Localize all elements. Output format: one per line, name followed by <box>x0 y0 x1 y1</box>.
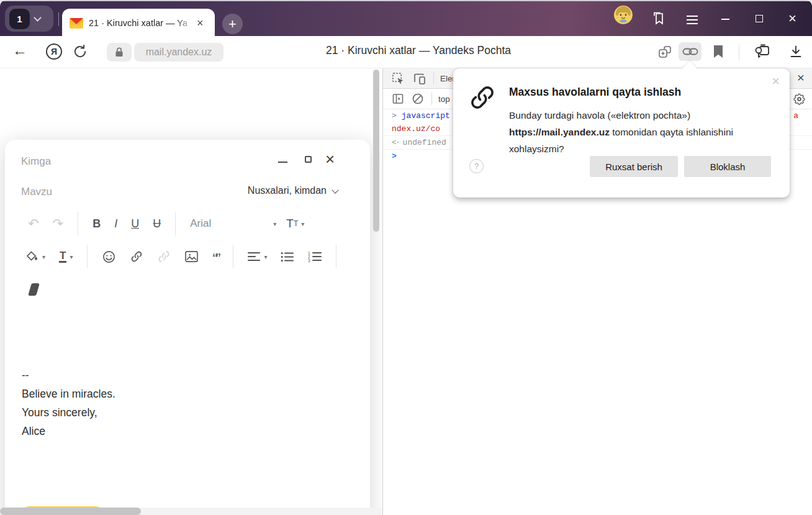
emoji-icon[interactable] <box>102 250 116 264</box>
svg-text:3: 3 <box>308 258 310 263</box>
browser-tab[interactable]: 21 · Kiruvchi xatlar — Ya × <box>62 9 215 37</box>
numbered-list-icon[interactable]: 1 2 3 <box>308 251 322 262</box>
new-tab-button[interactable]: + <box>222 14 243 34</box>
block-button[interactable]: Bloklash <box>684 156 771 177</box>
page-vertical-scrollbar[interactable] <box>373 70 379 232</box>
divider <box>739 45 739 60</box>
tab-counter-button[interactable]: 1 <box>5 6 53 32</box>
remove-link-icon[interactable] <box>157 250 171 263</box>
window-close-icon[interactable]: × <box>788 12 796 25</box>
tab-title: 21 · Kiruvchi xatlar — Ya <box>89 18 187 28</box>
yandex-mail-favicon <box>70 18 83 29</box>
insert-image-icon[interactable] <box>184 250 199 263</box>
console-input-text: javascript <box>402 111 450 121</box>
compose-window: Kimga × Mavzu Nusxalari, kimdan ↶ ↷ B I … <box>5 140 370 515</box>
add-panel-icon[interactable] <box>657 44 673 60</box>
address-bar[interactable]: mail.yandex.uz <box>134 43 223 62</box>
format-toolbar-row2: ▾ T ▾ <box>19 243 344 270</box>
help-icon[interactable]: ? <box>469 159 484 173</box>
chevron-down-icon <box>34 14 42 22</box>
divider <box>431 93 432 105</box>
bullet-list-icon[interactable] <box>281 252 294 262</box>
bold-button[interactable]: B <box>92 217 101 230</box>
body-line: Believe in miracles. <box>22 385 115 403</box>
protocol-handler-link-icon[interactable] <box>679 42 701 61</box>
divider <box>58 12 59 26</box>
dialog-body: Bunday turdagi havola («elektron pochta»… <box>509 107 777 157</box>
link-icon <box>468 83 497 112</box>
console-sidebar-icon[interactable] <box>392 93 404 105</box>
align-icon[interactable]: ▾ <box>248 252 267 262</box>
dialog-title: Maxsus havolalarni qayta ishlash <box>509 86 681 99</box>
font-size-select[interactable]: TT ▾ <box>286 217 304 230</box>
mail-page: Kimga × Mavzu Nusxalari, kimdan ↶ ↷ B I … <box>0 68 382 515</box>
yandex-logo-icon[interactable]: Я <box>46 43 62 60</box>
tab-count-badge: 1 <box>9 9 30 29</box>
message-body[interactable]: -- Believe in miracles. Yours sincerely,… <box>22 366 115 440</box>
subject-field[interactable]: Mavzu <box>21 186 52 198</box>
device-toolbar-icon[interactable] <box>412 72 426 85</box>
titlebar: 1 21 · Kiruvchi xatlar — Ya × + <box>0 0 812 36</box>
back-icon[interactable]: ← <box>12 42 27 59</box>
body-line: -- <box>22 366 115 385</box>
dropdown-caret-icon: ▾ <box>301 221 304 227</box>
protocol-handler-dialog: × Maxsus havolalarni qayta ishlash Bunda… <box>453 68 790 198</box>
console-settings-gear-icon[interactable] <box>793 93 805 105</box>
context-selector[interactable]: top <box>438 94 450 104</box>
text-color-button[interactable]: T ▾ <box>59 250 73 263</box>
tab-close-icon[interactable]: × <box>197 17 204 29</box>
compose-restore-icon[interactable] <box>305 156 312 163</box>
dropdown-caret-icon: ▾ <box>273 221 276 227</box>
undo-icon[interactable]: ↶ <box>28 216 39 231</box>
strikethrough-button[interactable]: Ʉ <box>153 217 161 230</box>
body-line: Alice <box>22 422 115 440</box>
devtools-close-icon[interactable]: × <box>797 70 805 85</box>
divider <box>433 72 434 84</box>
page-horizontal-scrollbar[interactable] <box>0 508 141 515</box>
redo-icon[interactable]: ↷ <box>53 216 64 231</box>
chevron-down-icon <box>332 186 338 193</box>
fill-color-button[interactable]: ▾ <box>25 250 45 263</box>
italic-button[interactable]: I <box>114 217 117 230</box>
dropdown-caret-icon: ▾ <box>264 253 267 260</box>
sidebar-bookmarks-icon[interactable] <box>651 11 667 27</box>
dropdown-caret-icon: ▾ <box>70 253 73 260</box>
body-line: Yours sincerely, <box>22 403 115 422</box>
page-title: 21 · Kiruvchi xatlar — Yandeks Pochta <box>326 44 511 57</box>
format-toolbar-row1: ↶ ↷ B I U Ʉ Arial ▾ TT ▾ <box>21 210 311 237</box>
inspect-element-icon[interactable] <box>392 72 405 85</box>
insert-link-icon[interactable] <box>130 250 143 263</box>
bookmark-icon[interactable] <box>712 44 724 59</box>
reload-icon[interactable] <box>72 43 88 60</box>
avatar[interactable] <box>614 6 633 24</box>
clear-formatting-icon[interactable] <box>28 283 40 296</box>
console-history-chevron: > <box>392 111 397 121</box>
cc-from-toggle[interactable]: Nusxalari, kimdan <box>248 185 338 196</box>
window-maximize-icon[interactable] <box>756 15 763 22</box>
compose-close-icon[interactable]: × <box>325 150 335 169</box>
clear-console-icon[interactable] <box>412 93 424 105</box>
allow-button[interactable]: Ruxsat berish <box>590 156 678 177</box>
to-field[interactable]: Kimga <box>21 155 51 168</box>
console-result-arrow: <· <box>392 138 399 147</box>
underline-button[interactable]: U <box>131 217 139 230</box>
dialog-close-icon[interactable]: × <box>772 73 780 89</box>
browser-window: 1 21 · Kiruvchi xatlar — Ya × + <box>0 0 812 515</box>
console-input-tail: a <box>793 111 798 121</box>
quote-icon[interactable]: “” <box>212 256 219 262</box>
console-prompt-chevron: > <box>392 152 397 161</box>
font-family-select[interactable]: Arial <box>190 217 263 230</box>
password-manager-icon[interactable] <box>753 43 772 60</box>
site-security-lock[interactable] <box>107 43 132 62</box>
menu-icon[interactable] <box>687 13 698 27</box>
compose-minimize-icon[interactable] <box>278 162 287 163</box>
dropdown-caret-icon: ▾ <box>42 253 45 260</box>
download-icon[interactable] <box>788 44 803 59</box>
window-minimize-icon[interactable] <box>721 19 729 20</box>
